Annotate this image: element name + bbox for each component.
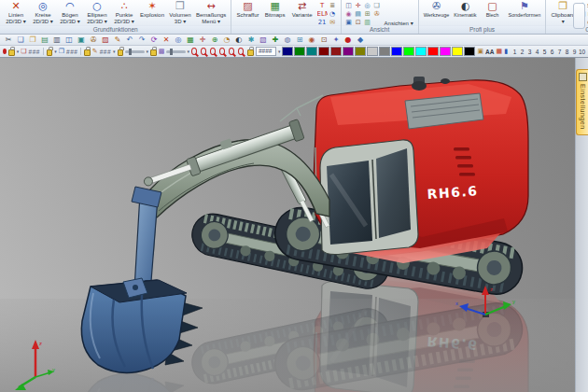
color-swatch[interactable]	[330, 47, 342, 56]
toolbar-icon[interactable]: ↷	[136, 35, 147, 45]
level-number-button[interactable]: 7	[556, 49, 563, 55]
color-swatch[interactable]	[464, 47, 475, 56]
zoom-prev-icon[interactable]	[229, 48, 234, 55]
toolbar-icon[interactable]: ❏	[15, 35, 26, 45]
toolbar-icon[interactable]: ◐	[233, 35, 245, 45]
lock-icon[interactable]	[118, 49, 124, 56]
color-swatch[interactable]	[318, 47, 329, 56]
toolbar-icon[interactable]: ◍	[282, 35, 293, 45]
level-number-button[interactable]: 4	[534, 49, 540, 55]
gradient-icon[interactable]: ▩	[159, 48, 165, 56]
toolbar-icon[interactable]: ✦	[330, 35, 342, 45]
toolbar-icon[interactable]: ✂	[3, 35, 14, 45]
ribbon-button[interactable]: ⚑ Sonderformen	[507, 1, 543, 19]
zoom-out-icon[interactable]	[201, 48, 206, 55]
color-grid-icon[interactable]: ▦	[497, 48, 503, 56]
view-tool-icon[interactable]: ⊞	[363, 10, 372, 19]
ribbon-button[interactable]: ◐ Kinematik	[452, 1, 478, 19]
color-swatch[interactable]	[452, 47, 463, 56]
toolbar-icon[interactable]: ✚	[270, 35, 281, 45]
toolbar-icon[interactable]: ◔	[221, 35, 232, 45]
level-number-button[interactable]: 8	[564, 49, 570, 55]
toolbar-icon[interactable]: ✎	[112, 35, 123, 45]
layer-icon[interactable]: ❏	[21, 48, 26, 56]
lock-icon[interactable]	[150, 49, 157, 56]
color-swatch[interactable]	[306, 47, 317, 56]
level-number-button[interactable]: 2	[519, 49, 525, 55]
ribbon-button[interactable]: ✶ Explosion	[138, 1, 166, 19]
color-swatch[interactable]	[403, 47, 414, 56]
color-swatch[interactable]	[367, 47, 378, 56]
pen-field[interactable]: ###	[100, 49, 111, 55]
color-swatch[interactable]	[343, 47, 354, 56]
zoom-window-icon[interactable]	[210, 48, 216, 55]
level-number-button[interactable]: 1	[511, 49, 518, 55]
toolbar-icon[interactable]: ▤	[39, 35, 50, 45]
zoom-all-icon[interactable]	[219, 48, 225, 55]
pen-icon[interactable]: ✎	[92, 48, 98, 56]
lock-icon[interactable]	[47, 49, 53, 56]
toolbar-icon[interactable]: ✛	[197, 35, 208, 45]
ribbon-button[interactable]: ✕ Linien 2D/3D ▾	[3, 1, 29, 24]
toolbar-icon[interactable]: ⟳	[148, 35, 160, 45]
color-swatch[interactable]	[415, 47, 427, 56]
font-aa-button[interactable]: AA	[485, 49, 494, 55]
toolbar-icon[interactable]: ↶	[124, 35, 135, 45]
toolbar-icon[interactable]: ✕	[161, 35, 172, 45]
viewport[interactable]: RH6.6	[0, 58, 588, 392]
ibeam-icon[interactable]: ▮	[504, 48, 508, 56]
view-tool-icon[interactable]: ✇	[372, 10, 382, 19]
ribbon-button[interactable]: ✇ Werkzeuge	[422, 1, 452, 19]
level-number-button[interactable]: 9	[571, 49, 578, 55]
ribbon-corner-button[interactable]	[573, 3, 585, 29]
color-swatch[interactable]	[355, 47, 366, 56]
toolbar-icon[interactable]: ▦	[185, 35, 196, 45]
ribbon-button[interactable]: ❒ Volumen 3D ▾	[167, 1, 193, 24]
toolbar-icon[interactable]: ⊡	[318, 35, 329, 45]
ribbon-button[interactable]: ▢ Blech	[480, 1, 506, 19]
toolbar-icon[interactable]: ▨	[100, 35, 111, 45]
mini-tool-icon[interactable]: T	[317, 2, 328, 10]
toolbar-icon[interactable]: ⊕	[209, 35, 220, 45]
color-swatch[interactable]	[294, 47, 305, 56]
view-tool-icon[interactable]: ✛	[354, 2, 363, 10]
level-number-button[interactable]: 5	[541, 49, 548, 55]
palette-icon[interactable]: ▣	[477, 48, 483, 56]
lock-icon[interactable]	[8, 49, 15, 56]
settings-side-tab[interactable]: Einstellungen	[576, 69, 588, 135]
zoom-pan-icon[interactable]	[238, 48, 244, 55]
view-tool-icon[interactable]: ▤	[354, 10, 363, 19]
lock-icon[interactable]	[84, 49, 91, 56]
toolbar-icon[interactable]: ◆	[355, 35, 366, 45]
toolbar-icon[interactable]: ●	[343, 35, 354, 45]
color-swatch[interactable]	[391, 47, 402, 56]
toolbar-icon[interactable]: ◉	[306, 35, 317, 45]
view-tool-icon[interactable]: ❏	[372, 2, 382, 10]
group-field[interactable]: ###	[66, 49, 77, 55]
ribbon-button[interactable]: ▦ Bitmaps	[262, 1, 288, 19]
toolbar-icon[interactable]: ▧	[258, 35, 269, 45]
view-tool-icon[interactable]: ◫	[344, 2, 354, 10]
layer-field[interactable]: ###	[29, 49, 40, 55]
level-number-button[interactable]: 6	[549, 49, 555, 55]
level-number-button[interactable]: 3	[526, 49, 533, 55]
color-swatch[interactable]	[427, 47, 439, 56]
color-swatch[interactable]	[282, 47, 293, 56]
level-number-button[interactable]: 10	[579, 49, 585, 55]
toolbar-icon[interactable]: ▥	[51, 35, 63, 45]
color-swatch[interactable]	[379, 47, 390, 56]
transparency-slider[interactable]	[166, 50, 185, 53]
toolbar-icon[interactable]: ⊞	[294, 35, 305, 45]
ribbon-button[interactable]: ○ Ellipsen 2D/3D ▾	[84, 1, 110, 24]
linewidth-slider[interactable]	[125, 50, 144, 53]
toolbar-icon[interactable]: ▣	[76, 35, 87, 45]
view-tool-icon[interactable]: ◉	[344, 10, 354, 19]
mini-tool-icon[interactable]: ≣	[328, 2, 338, 10]
ribbon-button[interactable]: ↔ Bemaßungs Menü ▾	[194, 1, 228, 24]
scale-input[interactable]: ####	[256, 47, 276, 56]
ribbon-button[interactable]: ◎ Kreise 2D/3D ▾	[30, 1, 56, 24]
toolbar-icon[interactable]: ✇	[88, 35, 99, 45]
view-tool-icon[interactable]: ◎	[363, 2, 372, 10]
mini-tool-icon[interactable]: ELM	[317, 10, 328, 19]
group-icon[interactable]: ❐	[59, 48, 64, 56]
